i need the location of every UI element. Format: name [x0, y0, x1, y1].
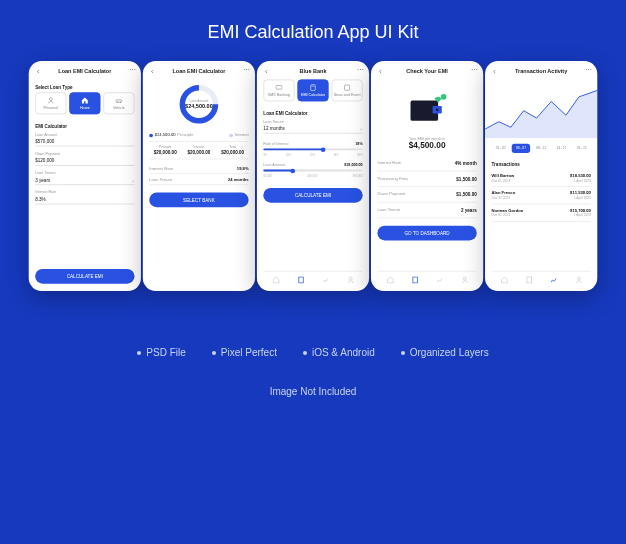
wallet-illustration: [377, 85, 476, 131]
chevron-down-icon: ⌄: [131, 177, 135, 183]
feature-item: iOS & Android: [303, 347, 375, 358]
nav-chart-icon[interactable]: [322, 276, 329, 283]
svg-rect-18: [527, 277, 531, 283]
chevron-down-icon: ⌄: [359, 125, 363, 131]
legend-principle: $24,500.00Principle: [149, 133, 193, 138]
svg-rect-16: [412, 277, 416, 283]
svg-point-15: [441, 94, 447, 100]
date-tabs: 01 - 02 03 - 07 08 - 12 13 - 17 18 - 22: [491, 144, 590, 153]
date-tab[interactable]: 18 - 22: [572, 144, 590, 153]
loan-type-tabs: Personal Home Vehicle: [35, 92, 134, 114]
feature-item: Organized Layers: [401, 347, 489, 358]
date-tab[interactable]: 08 - 12: [532, 144, 550, 153]
screen-title: Blue Bank: [269, 68, 357, 74]
screen-emi-breakdown: Loan EMI Calculator ⋯ Loan Amount$24,500…: [143, 61, 255, 291]
donut-chart: Loan Amount$24,500.00: [178, 83, 220, 125]
tab-home[interactable]: Home: [69, 92, 100, 114]
svg-rect-10: [298, 277, 302, 283]
bottom-nav: [377, 271, 476, 284]
dashboard-button[interactable]: GO TO DASHBOARD: [377, 226, 476, 241]
tenure-select[interactable]: 12 months⌄: [263, 125, 362, 133]
nav-chart-icon[interactable]: [550, 276, 557, 283]
svg-rect-7: [311, 85, 315, 91]
more-icon[interactable]: ⋯: [243, 68, 249, 74]
main-title: EMI Calculation App UI Kit: [207, 22, 418, 43]
screen-title: Loan EMI Calculator: [155, 68, 243, 74]
loan-tenure-select[interactable]: 3 years⌄: [35, 177, 134, 185]
nav-user-icon[interactable]: [347, 276, 354, 283]
tab-personal[interactable]: Personal: [35, 92, 66, 114]
svg-point-11: [349, 277, 352, 280]
legend-interest: Interest: [229, 133, 248, 138]
svg-rect-9: [344, 85, 349, 90]
svg-rect-6: [276, 85, 282, 89]
nav-calc-icon[interactable]: [525, 276, 532, 283]
nav-calc-icon[interactable]: [297, 276, 304, 283]
feature-item: Pixel Perfect: [212, 347, 277, 358]
interest-rate-input[interactable]: 8.3%: [35, 196, 134, 204]
tab-news[interactable]: News and Event: [331, 79, 362, 101]
nav-home-icon[interactable]: [500, 276, 507, 283]
screen-title: Loan EMI Calculator: [41, 68, 129, 74]
svg-point-17: [463, 277, 466, 280]
calculate-button[interactable]: CALCULATE EMI: [35, 269, 134, 284]
activity-chart: [485, 83, 597, 138]
svg-rect-1: [116, 100, 122, 102]
loan-amount-input[interactable]: $570,000: [35, 138, 134, 146]
tab-emi[interactable]: EMI Calculator: [297, 79, 328, 101]
more-icon[interactable]: ⋯: [585, 68, 591, 74]
date-tab[interactable]: 13 - 17: [552, 144, 570, 153]
more-icon[interactable]: ⋯: [357, 68, 363, 74]
nav-calc-icon[interactable]: [411, 276, 418, 283]
screen-transactions: Transaction Activity ⋯ 01 - 02 03 - 07 0…: [485, 61, 597, 291]
svg-point-19: [577, 277, 580, 280]
phones-row: Loan EMI Calculator ⋯ Select Loan Type P…: [21, 61, 604, 291]
footer-note: Image Not Included: [270, 386, 357, 397]
emi-calc-label: EMI Calculator: [35, 124, 134, 130]
screen-title: Transaction Activity: [497, 68, 585, 74]
svg-point-0: [49, 98, 52, 101]
screen-title: Check Your EMI: [383, 68, 471, 74]
screen-check-emi: Check Your EMI ⋯ Your EMI per month is $…: [371, 61, 483, 291]
amount-slider[interactable]: [263, 170, 362, 172]
svg-point-2: [117, 102, 118, 103]
more-icon[interactable]: ⋯: [471, 68, 477, 74]
svg-point-14: [436, 108, 439, 111]
down-payment-input[interactable]: $120,000: [35, 158, 134, 166]
tab-sms[interactable]: SMS Banking: [263, 79, 294, 101]
transaction-item[interactable]: Norman Gordon$15,700.00 Due 02 20231 Apr…: [491, 205, 590, 222]
features-row: PSD File Pixel Perfect iOS & Android Org…: [137, 347, 488, 358]
calculate-button[interactable]: CALCULATE EMI: [263, 188, 362, 203]
nav-user-icon[interactable]: [575, 276, 582, 283]
bank-tabs: SMS Banking EMI Calculator News and Even…: [263, 79, 362, 101]
tab-vehicle[interactable]: Vehicle: [103, 92, 134, 114]
nav-chart-icon[interactable]: [436, 276, 443, 283]
nav-home-icon[interactable]: [272, 276, 279, 283]
svg-point-3: [120, 102, 121, 103]
nav-home-icon[interactable]: [386, 276, 393, 283]
screen-blue-bank: Blue Bank ⋯ SMS Banking EMI Calculator N…: [257, 61, 369, 291]
date-tab[interactable]: 03 - 07: [512, 144, 530, 153]
emi-amount: $4,500.00: [377, 141, 476, 150]
select-loan-label: Select Loan Type: [35, 84, 134, 90]
more-icon[interactable]: ⋯: [129, 68, 135, 74]
screen-loan-calculator: Loan EMI Calculator ⋯ Select Loan Type P…: [29, 61, 141, 291]
transaction-item[interactable]: Alan Fresco$11,530.00 Due 02 20231 April…: [491, 187, 590, 204]
transaction-item[interactable]: Will Barrow$18,530.00 Due 02 20231 April…: [491, 170, 590, 187]
select-bank-button[interactable]: SELECT BANK: [149, 193, 248, 208]
date-tab[interactable]: 01 - 02: [491, 144, 509, 153]
bottom-nav: [491, 271, 590, 284]
bottom-nav: [263, 271, 362, 284]
interest-slider[interactable]: [263, 148, 362, 150]
feature-item: PSD File: [137, 347, 185, 358]
nav-user-icon[interactable]: [461, 276, 468, 283]
